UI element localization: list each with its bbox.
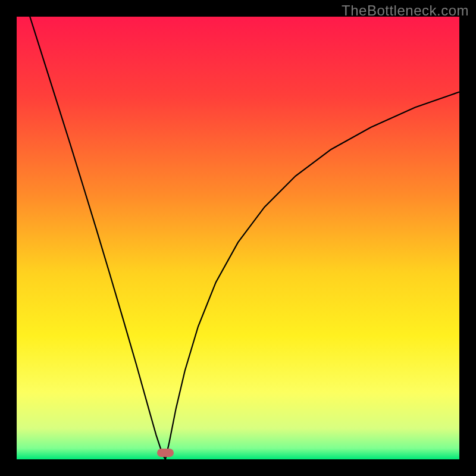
watermark-text: TheBottleneck.com [342, 2, 469, 19]
optimum-marker [157, 449, 174, 457]
curve-path [17, 0, 459, 459]
plot-area [17, 17, 459, 459]
bottleneck-curve [17, 17, 459, 459]
chart-frame: TheBottleneck.com [0, 0, 476, 476]
